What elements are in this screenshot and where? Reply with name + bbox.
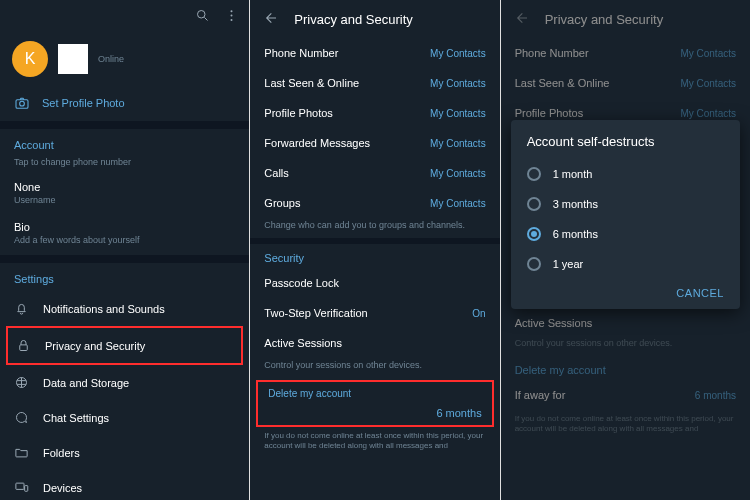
svg-point-6: [20, 101, 25, 106]
row-label: Active Sessions: [264, 337, 342, 349]
username-sub: Username: [14, 195, 235, 205]
row-profile-photos[interactable]: Profile PhotosMy Contacts: [250, 98, 499, 128]
row-sessions[interactable]: Active Sessions: [250, 328, 499, 358]
sidebar-item-folders[interactable]: Folders: [0, 435, 249, 470]
option-label: 6 months: [553, 228, 598, 240]
folder-icon: [14, 445, 29, 460]
row-phone-number[interactable]: Phone NumberMy Contacts: [250, 38, 499, 68]
radio-icon: [527, 227, 541, 241]
row-value: My Contacts: [430, 78, 486, 89]
row-label: Forwarded Messages: [264, 137, 370, 149]
set-profile-photo[interactable]: Set Profile Photo: [0, 85, 249, 121]
svg-point-2: [231, 10, 233, 12]
sidebar-item-devices[interactable]: Devices: [0, 470, 249, 500]
row-forwarded[interactable]: Forwarded MessagesMy Contacts: [250, 128, 499, 158]
dialog-title: Account self-destructs: [527, 134, 724, 149]
sidebar-item-label: Devices: [43, 482, 82, 494]
sidebar-item-label: Data and Storage: [43, 377, 129, 389]
search-icon[interactable]: [195, 8, 210, 25]
groups-hint: Change who can add you to groups and cha…: [250, 218, 499, 238]
back-icon: [513, 10, 529, 28]
lock-icon: [16, 338, 31, 353]
row-label: Two-Step Verification: [264, 307, 367, 319]
more-icon[interactable]: [224, 8, 239, 25]
bio-field[interactable]: Bio Add a few words about yourself: [0, 215, 249, 255]
row-label: Profile Photos: [264, 107, 332, 119]
svg-point-4: [231, 19, 233, 21]
svg-rect-7: [20, 345, 28, 351]
bio-sub: Add a few words about yourself: [14, 235, 235, 245]
privacy-rows: Phone NumberMy Contacts Last Seen & Onli…: [250, 38, 499, 218]
row-label: Phone Number: [264, 47, 338, 59]
svg-rect-10: [25, 486, 28, 492]
svg-point-0: [198, 11, 206, 19]
sidebar-item-data[interactable]: Data and Storage: [0, 365, 249, 400]
option-1-month[interactable]: 1 month: [527, 159, 724, 189]
back-icon[interactable]: [262, 10, 278, 28]
settings-panel: K Online Set Profile Photo Account Tap t…: [0, 0, 249, 500]
delete-header: Delete my account: [258, 382, 491, 401]
profile-row[interactable]: K Online: [0, 33, 249, 85]
row-label: Calls: [264, 167, 288, 179]
bio-value: Bio: [14, 221, 235, 233]
settings-toolbar: [0, 0, 249, 33]
row-value: My Contacts: [430, 48, 486, 59]
delete-hint: If you do not come online at least once …: [250, 427, 499, 456]
sidebar-item-label: Folders: [43, 447, 80, 459]
option-6-months[interactable]: 6 months: [527, 219, 724, 249]
username-value: None: [14, 181, 235, 193]
set-photo-label: Set Profile Photo: [42, 97, 125, 109]
svg-line-1: [205, 17, 208, 20]
svg-rect-9: [16, 483, 24, 489]
row-label: Groups: [264, 197, 300, 209]
delete-account-box[interactable]: Delete my account 6 months: [256, 380, 493, 427]
self-destruct-dialog: Account self-destructs 1 month 3 months …: [511, 120, 740, 309]
row-two-step[interactable]: Two-Step VerificationOn: [250, 298, 499, 328]
row-value: My Contacts: [430, 138, 486, 149]
sidebar-item-chat[interactable]: Chat Settings: [0, 400, 249, 435]
svg-point-3: [231, 15, 233, 17]
username-field[interactable]: None Username: [0, 175, 249, 215]
option-1-year[interactable]: 1 year: [527, 249, 724, 279]
sidebar-item-label: Notifications and Sounds: [43, 303, 165, 315]
option-3-months[interactable]: 3 months: [527, 189, 724, 219]
row-label: Last Seen & Online: [264, 77, 359, 89]
sidebar-item-notifications[interactable]: Notifications and Sounds: [0, 291, 249, 326]
camera-icon: [14, 95, 30, 111]
delete-value: 6 months: [436, 407, 481, 419]
option-label: 3 months: [553, 198, 598, 210]
row-value: My Contacts: [430, 168, 486, 179]
option-label: 1 year: [553, 258, 584, 270]
sidebar-item-privacy[interactable]: Privacy and Security: [6, 326, 243, 365]
bell-icon: [14, 301, 29, 316]
option-label: 1 month: [553, 168, 593, 180]
devices-icon: [14, 480, 29, 495]
section-account: Account: [0, 121, 249, 157]
sidebar-item-label: Chat Settings: [43, 412, 109, 424]
privacy-toolbar: Privacy and Security: [250, 0, 499, 38]
privacy-title: Privacy and Security: [545, 12, 664, 27]
row-value: On: [472, 308, 485, 319]
cancel-button[interactable]: CANCEL: [676, 287, 724, 299]
row-value: My Contacts: [430, 198, 486, 209]
privacy-panel-modal: Privacy and Security Phone NumberMy Cont…: [501, 0, 750, 500]
radio-icon: [527, 167, 541, 181]
sidebar-item-label: Privacy and Security: [45, 340, 145, 352]
sessions-hint: Control your sessions on other devices.: [250, 358, 499, 378]
privacy-title: Privacy and Security: [294, 12, 413, 27]
row-label: Passcode Lock: [264, 277, 339, 289]
avatar-thumb: [58, 44, 88, 74]
row-last-seen[interactable]: Last Seen & OnlineMy Contacts: [250, 68, 499, 98]
radio-icon: [527, 197, 541, 211]
row-calls[interactable]: CallsMy Contacts: [250, 158, 499, 188]
security-header: Security: [250, 238, 499, 268]
row-passcode[interactable]: Passcode Lock: [250, 268, 499, 298]
privacy-panel: Privacy and Security Phone NumberMy Cont…: [250, 0, 499, 500]
radio-icon: [527, 257, 541, 271]
row-value: My Contacts: [430, 108, 486, 119]
profile-status: Online: [98, 54, 124, 64]
phone-hint[interactable]: Tap to change phone number: [0, 157, 249, 175]
avatar: K: [12, 41, 48, 77]
section-settings: Settings: [0, 255, 249, 291]
row-groups[interactable]: GroupsMy Contacts: [250, 188, 499, 218]
